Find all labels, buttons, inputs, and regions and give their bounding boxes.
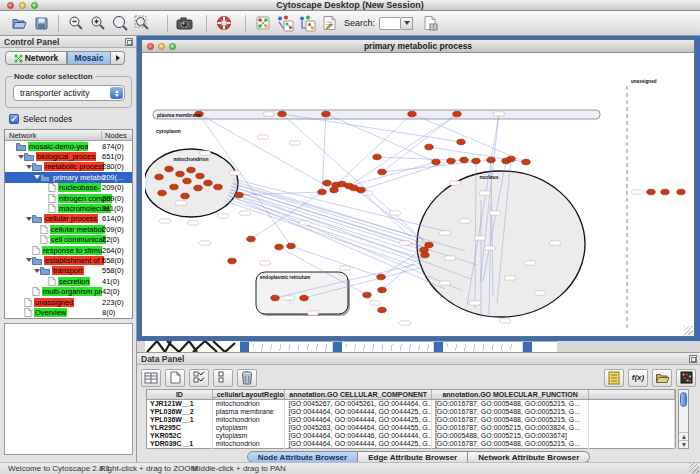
table-cell [589, 440, 675, 448]
graph-node-label [485, 246, 496, 250]
tree-expand-icon[interactable] [17, 155, 24, 159]
graph-node [187, 167, 195, 173]
tree-item-node-count: 558(0) [102, 266, 124, 275]
tree-expand-icon[interactable] [25, 258, 32, 262]
graph-edge [412, 114, 526, 162]
attribute-table-button[interactable] [141, 369, 161, 387]
tree-row[interactable]: biological_process651(0) [5, 151, 132, 161]
graph-node-label [470, 301, 481, 305]
tree-row[interactable]: multi-organism pro42(0) [5, 286, 132, 296]
zoom-selected-button[interactable] [109, 13, 131, 34]
tree-expand-icon[interactable] [25, 165, 32, 169]
app-resize-grip[interactable] [689, 463, 699, 473]
tree-expand-icon[interactable] [33, 175, 40, 179]
tree-row[interactable]: mosaic-demo-yeast874(0) [5, 141, 132, 151]
graph-edge [382, 253, 425, 290]
tree-row[interactable]: metabolic process280(0) [5, 162, 132, 172]
matrix-icon [680, 371, 693, 384]
tree-row[interactable]: secretion41(0) [5, 276, 132, 286]
annotation-button[interactable] [318, 13, 340, 34]
tree-row[interactable]: cellular process614(0) [5, 214, 132, 224]
network-graph[interactable]: plasma membranecytoplasmmitochondrionnuc… [145, 53, 691, 336]
graph-node-label [445, 256, 456, 260]
table-row[interactable]: YPL036W__2plasma membrane[GO:0044464, GO… [147, 408, 675, 416]
float-panel-icon[interactable] [125, 38, 133, 46]
table-row[interactable]: YDR039C__1mitochondrion[GO:0044464, GO:0… [147, 440, 675, 448]
network-canvas[interactable]: plasma membranecytoplasmmitochondrionnuc… [142, 53, 694, 336]
column-header[interactable]: annotation.GO CELLULAR_COMPONENT [285, 390, 431, 399]
help-button[interactable] [213, 13, 235, 34]
tree-row[interactable]: transport558(0) [5, 266, 132, 276]
graph-node-label [480, 191, 491, 195]
new-attribute-button[interactable] [165, 369, 185, 387]
save-session-button[interactable] [30, 13, 52, 34]
tree-expand-icon[interactable] [33, 269, 40, 273]
search-dropdown-button[interactable] [401, 17, 413, 30]
search-input[interactable] [379, 17, 401, 30]
table-row[interactable]: YJR121W__1mitochondrion[GO:0045267, GO:0… [147, 400, 675, 408]
column-header[interactable]: ID [147, 390, 213, 399]
import-attributes-button[interactable] [652, 369, 672, 387]
tab-network[interactable]: Network [5, 51, 67, 65]
tree-item-label: cell communicat [50, 235, 106, 244]
layout-button-2[interactable] [296, 13, 318, 34]
import-network-button[interactable] [419, 13, 441, 34]
tree-row[interactable]: primary metabo209(... [5, 172, 132, 182]
tree-item-label: response to stimul [42, 246, 102, 255]
vizmapper-button[interactable] [252, 13, 274, 34]
table-cell: [GO:0044464, GO:0044444, GO:0044425, G..… [285, 440, 431, 448]
function-builder-button[interactable]: f(x) [628, 369, 648, 387]
tree-row[interactable]: response to stimul264(0) [5, 245, 132, 255]
tree-column-nodes[interactable]: Nodes [101, 131, 127, 140]
tree-row[interactable]: cell communicat22(0) [5, 235, 132, 245]
scroll-up-button[interactable] [679, 432, 688, 440]
tree-row[interactable]: nucleobase-209(0) [5, 183, 132, 193]
delete-attribute-button[interactable] [237, 369, 257, 387]
tab-mosaic[interactable]: Mosaic [67, 51, 111, 65]
file-icon [48, 204, 56, 213]
table-scrollbar[interactable] [678, 389, 689, 449]
main-toolbar: Search: [0, 11, 700, 36]
zoom-out-icon [68, 15, 84, 31]
select-attributes-button[interactable] [189, 369, 209, 387]
birdseye-view[interactable] [4, 323, 133, 455]
tree-row[interactable]: cellular metabol209(0) [5, 224, 132, 234]
tree-row[interactable]: macromolecule311(0) [5, 203, 132, 213]
tree-row[interactable]: Overview8(0) [5, 307, 132, 317]
network-window-titlebar[interactable]: primary metabolic process [142, 40, 694, 53]
column-header[interactable]: _cellularLayoutRegion [213, 390, 286, 399]
zoom-in-button[interactable] [87, 13, 109, 34]
control-panel-header: Control Panel [0, 36, 136, 48]
node-color-dropdown[interactable]: transporter activity [13, 85, 125, 101]
zoom-fit-button[interactable] [131, 13, 153, 34]
table-row[interactable]: YKR052Ccytoplasm[GO:0044464, GO:0044446,… [147, 432, 675, 440]
unselect-attributes-button[interactable] [213, 369, 233, 387]
graph-node [421, 252, 429, 258]
control-panel-title: Control Panel [0, 36, 136, 48]
attribute-list-button[interactable] [604, 369, 624, 387]
scrollbar-thumb[interactable] [680, 392, 687, 407]
scroll-down-button[interactable] [679, 440, 688, 448]
graph-node [228, 258, 236, 264]
graph-edge [326, 114, 436, 162]
column-header[interactable]: annotation.GO MOLECULAR_FUNCTION [432, 390, 589, 399]
table-cell: YPL036W__2 [147, 408, 213, 416]
float-panel-icon[interactable] [689, 355, 697, 363]
tree-row[interactable]: nitrogen compo209(0) [5, 193, 132, 203]
snapshot-button[interactable] [174, 13, 196, 34]
tree-column-network[interactable]: Network [9, 131, 37, 140]
tree-expand-icon[interactable] [25, 217, 32, 221]
matrix-button[interactable] [676, 369, 696, 387]
open-file-button[interactable] [8, 13, 30, 34]
select-nodes-checkbox[interactable]: ✓ [9, 114, 19, 124]
table-row[interactable]: YPL036W__1mitochondrion[GO:0044464, GO:0… [147, 416, 675, 424]
table-row[interactable]: YLR295Ccytoplasm[GO:0045263, GO:0044464,… [147, 424, 675, 432]
zoom-out-button[interactable] [65, 13, 87, 34]
tree-row[interactable]: establishment of lo558(0) [5, 255, 132, 265]
window-resize-grip[interactable] [684, 326, 693, 335]
graph-edge [336, 114, 412, 185]
layout-button-1[interactable] [274, 13, 296, 34]
tree-row[interactable]: unassigned223(0) [5, 297, 132, 307]
tab-overflow-button[interactable] [111, 51, 125, 65]
tree-item-label: mosaic-demo-yeast [28, 142, 88, 151]
